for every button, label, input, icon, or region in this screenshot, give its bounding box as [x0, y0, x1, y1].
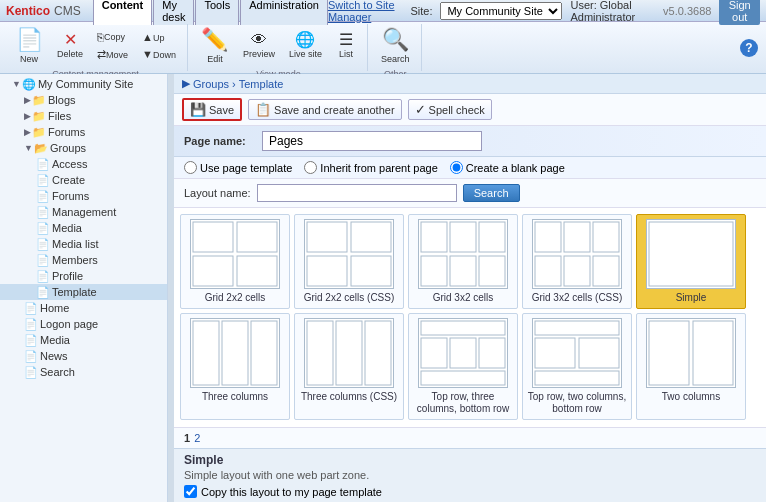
- sidebar-item-create[interactable]: 📄 Create: [0, 172, 167, 188]
- breadcrumb: ▶ Groups › Template: [174, 74, 766, 94]
- sidebar-item-members[interactable]: 📄 Members: [0, 252, 167, 268]
- sidebar-item-forums[interactable]: ▶ 📁 Forums: [0, 124, 167, 140]
- delete-button[interactable]: ✕ Delete: [52, 29, 88, 62]
- sidebar-item-news[interactable]: 📄 News: [0, 348, 167, 364]
- template-label-grid2x2css: Grid 2x2 cells (CSS): [304, 292, 395, 304]
- tab-content[interactable]: Content: [93, 0, 153, 25]
- sidebar-item-files[interactable]: ▶ 📁 Files: [0, 108, 167, 124]
- radio-use-template[interactable]: Use page template: [184, 161, 292, 174]
- template-two-col[interactable]: Two columns: [636, 313, 746, 420]
- list-button[interactable]: ☰ List: [331, 29, 361, 62]
- svg-rect-13: [479, 256, 505, 286]
- template-simple[interactable]: Simple: [636, 214, 746, 309]
- tab-mydesk[interactable]: My desk: [153, 0, 194, 25]
- template-label-grid2x2: Grid 2x2 cells: [205, 292, 266, 304]
- help-section: ?: [740, 24, 762, 71]
- svg-rect-30: [479, 338, 505, 368]
- sidebar-forums-sub-label: Forums: [52, 190, 89, 202]
- new-button[interactable]: 📄 New: [10, 24, 48, 67]
- svg-rect-32: [535, 321, 619, 335]
- svg-rect-33: [535, 338, 575, 368]
- layout-search-button[interactable]: Search: [463, 184, 520, 202]
- sidebar-members-label: Members: [52, 254, 98, 266]
- template-grid3x2css[interactable]: Grid 3x2 cells (CSS): [522, 214, 632, 309]
- down-button[interactable]: ▼ Down: [137, 46, 181, 62]
- template-top-two-bottom[interactable]: Top row, two columns, bottom row: [522, 313, 632, 420]
- template-svg-three-col: [191, 319, 279, 387]
- edit-button[interactable]: ✏️ Edit: [196, 24, 234, 67]
- top-bar-left: Kentico CMS Content My desk Tools Admini…: [6, 0, 328, 25]
- radio-inherit-input[interactable]: [304, 161, 317, 174]
- radio-create-blank[interactable]: Create a blank page: [450, 161, 565, 174]
- save-and-create-button[interactable]: 📋 Save and create another: [248, 99, 401, 120]
- template-three-col-css[interactable]: Three columns (CSS): [294, 313, 404, 420]
- sidebar-groups-label: Groups: [50, 142, 86, 154]
- list-icon: ☰: [339, 32, 353, 48]
- template-grid2x2[interactable]: Grid 2x2 cells: [180, 214, 290, 309]
- switch-to-site-manager[interactable]: Switch to Site Manager: [328, 0, 403, 23]
- sign-out-button[interactable]: Sign out: [719, 0, 760, 25]
- page-icon-create: 📄: [36, 173, 50, 187]
- expand-icon-blogs[interactable]: ▶: [24, 95, 31, 105]
- svg-rect-0: [193, 222, 233, 252]
- expand-icon-root[interactable]: ▼: [12, 79, 21, 89]
- page-num-1[interactable]: 1: [184, 432, 190, 444]
- live-site-button[interactable]: 🌐 Live site: [284, 29, 327, 62]
- copy-button[interactable]: ⎘ Copy: [92, 29, 133, 45]
- expand-icon-forums[interactable]: ▶: [24, 127, 31, 137]
- copy-layout-checkbox[interactable]: [184, 485, 197, 498]
- page-num-2[interactable]: 2: [194, 432, 200, 444]
- template-label-grid3x2: Grid 3x2 cells: [433, 292, 494, 304]
- page-icon-news: 📄: [24, 349, 38, 363]
- radio-use-template-input[interactable]: [184, 161, 197, 174]
- expand-icon-files[interactable]: ▶: [24, 111, 31, 121]
- logo: Kentico CMS: [6, 4, 81, 18]
- spell-check-button[interactable]: ✓ Spell check: [408, 99, 492, 120]
- sidebar-item-root[interactable]: ▼ 🌐 My Community Site: [0, 76, 167, 92]
- page-icon-members: 📄: [36, 253, 50, 267]
- page-name-input[interactable]: [262, 131, 482, 151]
- sidebar-news-label: News: [40, 350, 68, 362]
- expand-icon-groups[interactable]: ▼: [24, 143, 33, 153]
- tab-tools[interactable]: Tools: [195, 0, 239, 25]
- template-grid3x2[interactable]: Grid 3x2 cells: [408, 214, 518, 309]
- up-button[interactable]: ▲ Up: [137, 29, 181, 45]
- sidebar-item-template[interactable]: 📄 Template: [0, 284, 167, 300]
- help-button[interactable]: ?: [740, 39, 758, 57]
- edit-icon: ✏️: [201, 27, 228, 53]
- template-grid2x2css[interactable]: Grid 2x2 cells (CSS): [294, 214, 404, 309]
- sidebar-item-media-sub[interactable]: 📄 Media: [0, 220, 167, 236]
- svg-rect-20: [649, 222, 733, 286]
- sidebar-item-home[interactable]: 📄 Home: [0, 300, 167, 316]
- sidebar-item-access[interactable]: 📄 Access: [0, 156, 167, 172]
- search-button[interactable]: 🔍 Search: [376, 24, 415, 67]
- svg-rect-11: [421, 256, 447, 286]
- save-button[interactable]: 💾 Save: [182, 98, 242, 121]
- sidebar-item-medialist[interactable]: 📄 Media list: [0, 236, 167, 252]
- template-three-col[interactable]: Three columns: [180, 313, 290, 420]
- sidebar-item-search[interactable]: 📄 Search: [0, 364, 167, 380]
- template-preview-simple: [646, 219, 736, 289]
- site-select[interactable]: My Community Site: [440, 2, 562, 20]
- breadcrumb-groups[interactable]: Groups: [193, 78, 229, 90]
- move-button[interactable]: ⇄ Move: [92, 46, 133, 63]
- preview-button[interactable]: 👁 Preview: [238, 29, 280, 62]
- tab-administration[interactable]: Administration: [240, 0, 328, 25]
- radio-inherit[interactable]: Inherit from parent page: [304, 161, 437, 174]
- sidebar-item-logon[interactable]: 📄 Logon page: [0, 316, 167, 332]
- sidebar-item-profile[interactable]: 📄 Profile: [0, 268, 167, 284]
- page-icon-profile: 📄: [36, 269, 50, 283]
- sidebar-forums-label: Forums: [48, 126, 85, 138]
- sidebar-item-groups[interactable]: ▼ 📂 Groups: [0, 140, 167, 156]
- layout-name-input[interactable]: [257, 184, 457, 202]
- template-preview-top-three-bottom: [418, 318, 508, 388]
- globe-icon: 🌐: [22, 77, 36, 91]
- radio-blank-input[interactable]: [450, 161, 463, 174]
- sidebar-item-forums-sub[interactable]: 📄 Forums: [0, 188, 167, 204]
- template-top-three-bottom[interactable]: Top row, three columns, bottom row: [408, 313, 518, 420]
- sidebar-item-management[interactable]: 📄 Management: [0, 204, 167, 220]
- sidebar-item-blogs[interactable]: ▶ 📁 Blogs: [0, 92, 167, 108]
- sidebar-item-media[interactable]: 📄 Media: [0, 332, 167, 348]
- radio-row: Use page template Inherit from parent pa…: [174, 157, 766, 179]
- sidebar-create-label: Create: [52, 174, 85, 186]
